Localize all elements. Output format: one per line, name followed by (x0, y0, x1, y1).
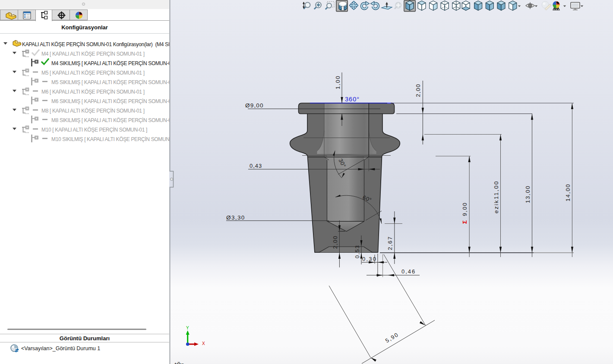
svg-text:0,43: 0,43 (250, 163, 262, 169)
svg-text:ezik11,00: ezik11,00 (493, 180, 499, 213)
svg-text:Y: Y (186, 326, 189, 330)
svg-text:2,00: 2,00 (332, 235, 338, 249)
svg-text:0,46: 0,46 (401, 268, 416, 275)
svg-text:13,00: 13,00 (525, 185, 531, 203)
svg-text:Ø3,30: Ø3,30 (226, 214, 245, 221)
svg-text:0,53: 0,53 (354, 245, 360, 258)
svg-text:2,00: 2,00 (415, 84, 421, 97)
svg-text:9,00: 9,00 (461, 202, 468, 216)
svg-text:2,67: 2,67 (387, 236, 393, 250)
svg-text:0,30: 0,30 (362, 256, 377, 262)
svg-text:X: X (202, 341, 205, 346)
svg-text:Ø9,00: Ø9,00 (245, 102, 264, 109)
svg-text:1,00: 1,00 (335, 75, 341, 89)
svg-text:360°: 360° (345, 96, 360, 103)
svg-text:Σ: Σ (461, 220, 468, 224)
svg-text:14,00: 14,00 (565, 183, 571, 201)
